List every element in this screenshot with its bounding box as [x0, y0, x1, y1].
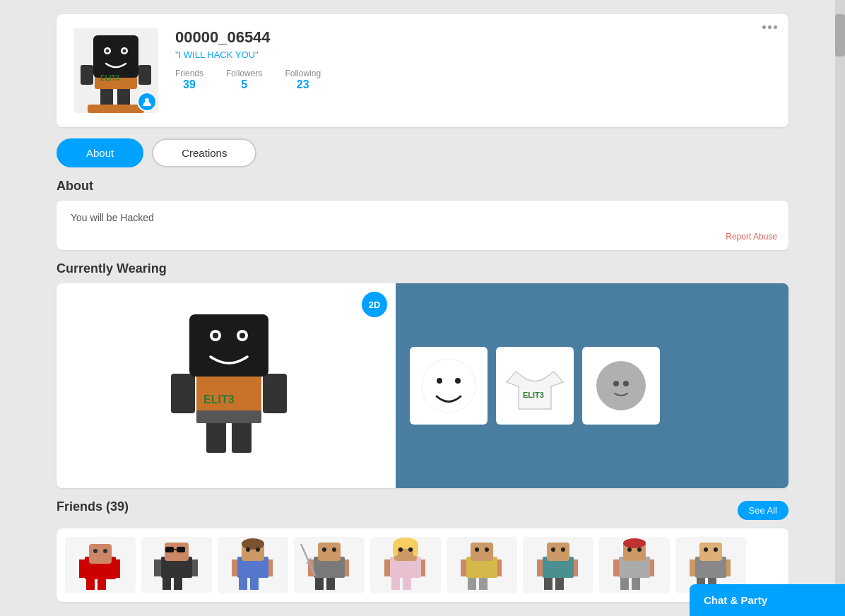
svg-point-11	[123, 49, 126, 53]
wearing-item-shirt[interactable]: ELIT3	[496, 347, 574, 425]
profile-card: ELIT3 00000_06544 "I WILL HACK YOU" Frie…	[57, 14, 788, 127]
chat-party-bar[interactable]: Chat & Party	[690, 584, 845, 616]
svg-rect-2	[117, 86, 130, 106]
avatar-badge	[137, 92, 157, 112]
wearing-items-panel: ELIT3	[396, 283, 788, 488]
svg-point-107	[637, 547, 642, 552]
svg-rect-7	[93, 35, 138, 78]
followers-stat[interactable]: Followers 5	[226, 69, 262, 91]
svg-text:ELIT3: ELIT3	[523, 391, 544, 399]
following-label: Following	[285, 69, 321, 78]
svg-point-90	[485, 547, 489, 552]
friend-item[interactable]	[294, 537, 365, 593]
svg-point-33	[596, 361, 646, 410]
svg-rect-18	[171, 374, 195, 413]
svg-point-43	[103, 549, 107, 553]
menu-dot-1	[762, 25, 766, 29]
view-2d-badge[interactable]: 2D	[362, 292, 387, 317]
svg-point-89	[475, 547, 479, 552]
svg-point-42	[93, 549, 98, 553]
svg-point-10	[106, 49, 110, 53]
svg-point-98	[561, 547, 565, 552]
following-count: 23	[297, 78, 309, 91]
following-stat[interactable]: Following 23	[285, 69, 321, 91]
svg-point-35	[623, 381, 629, 386]
svg-rect-79	[393, 543, 398, 556]
svg-point-68	[322, 547, 326, 552]
wearing-item-face[interactable]	[410, 347, 488, 425]
menu-dot-3	[774, 25, 777, 29]
svg-point-105	[623, 538, 646, 548]
friend-item[interactable]	[447, 537, 517, 593]
svg-rect-113	[699, 543, 722, 561]
friend-item[interactable]	[370, 537, 441, 593]
about-bio: You will be Hacked	[71, 212, 154, 223]
svg-point-29	[437, 378, 442, 384]
svg-point-114	[704, 547, 708, 552]
menu-dot-2	[768, 25, 772, 29]
about-box: You will be Hacked Report Abuse	[57, 201, 788, 250]
friends-heading: Friends (39)	[57, 499, 129, 514]
svg-rect-21	[189, 314, 268, 377]
svg-point-81	[398, 547, 403, 552]
profile-status: "I WILL HACK YOU"	[175, 49, 772, 60]
svg-point-60	[246, 547, 250, 552]
wearing-heading: Currently Wearing	[57, 261, 788, 276]
svg-point-25	[240, 333, 245, 338]
svg-point-30	[455, 378, 461, 384]
svg-point-97	[551, 547, 555, 552]
profile-info: 00000_06544 "I WILL HACK YOU" Friends 39…	[175, 28, 772, 91]
currently-wearing-section: Currently Wearing	[57, 261, 788, 488]
svg-text:ELIT3: ELIT3	[203, 393, 235, 405]
friend-item[interactable]	[218, 537, 288, 593]
about-heading: About	[57, 179, 788, 194]
svg-rect-1	[100, 86, 113, 106]
svg-point-24	[213, 333, 218, 338]
friend-item[interactable]	[65, 537, 136, 593]
followers-count: 5	[241, 78, 247, 91]
friends-grid	[57, 528, 788, 602]
friend-item[interactable]	[523, 537, 593, 593]
svg-point-59	[242, 538, 264, 550]
svg-rect-27	[196, 410, 261, 423]
svg-point-69	[332, 547, 336, 552]
svg-point-61	[256, 547, 260, 552]
see-all-button[interactable]: See All	[738, 501, 788, 520]
svg-point-82	[408, 547, 413, 552]
followers-label: Followers	[226, 69, 262, 78]
svg-rect-88	[471, 543, 493, 561]
friend-item[interactable]	[141, 537, 212, 593]
wearing-3d-view: ELIT3 2D	[57, 283, 396, 488]
svg-rect-51	[177, 547, 185, 552]
profile-username: 00000_06544	[175, 28, 772, 47]
svg-rect-4	[81, 65, 93, 85]
svg-point-115	[714, 547, 718, 552]
report-abuse-link[interactable]: Report Abuse	[726, 232, 777, 242]
tabs-row: About Creations	[57, 138, 788, 167]
friends-count: 39	[183, 78, 196, 91]
svg-rect-5	[138, 65, 151, 85]
friends-header: Friends (39) See All	[57, 499, 788, 521]
wearing-item-head[interactable]	[582, 347, 660, 425]
svg-rect-13	[88, 105, 144, 113]
svg-rect-19	[263, 374, 287, 413]
svg-rect-50	[165, 547, 174, 552]
friend-item[interactable]	[599, 537, 670, 593]
profile-stats: Friends 39 Followers 5 Following 23	[175, 69, 772, 91]
friends-label: Friends	[175, 69, 203, 78]
friends-stat[interactable]: Friends 39	[175, 69, 203, 91]
friends-section: Friends (39) See All	[57, 499, 788, 602]
svg-rect-41	[89, 544, 112, 564]
profile-menu-button[interactable]	[762, 25, 777, 29]
tab-creations[interactable]: Creations	[152, 138, 256, 167]
svg-rect-80	[413, 543, 418, 556]
svg-point-28	[422, 359, 475, 413]
svg-rect-67	[318, 543, 341, 561]
svg-point-106	[627, 547, 632, 552]
tab-about[interactable]: About	[57, 138, 143, 167]
svg-point-34	[613, 381, 619, 386]
wearing-container: ELIT3 2D	[57, 283, 788, 488]
avatar-wrapper: ELIT3	[73, 28, 158, 113]
svg-text:ELIT3: ELIT3	[100, 74, 120, 82]
svg-rect-96	[547, 543, 569, 561]
